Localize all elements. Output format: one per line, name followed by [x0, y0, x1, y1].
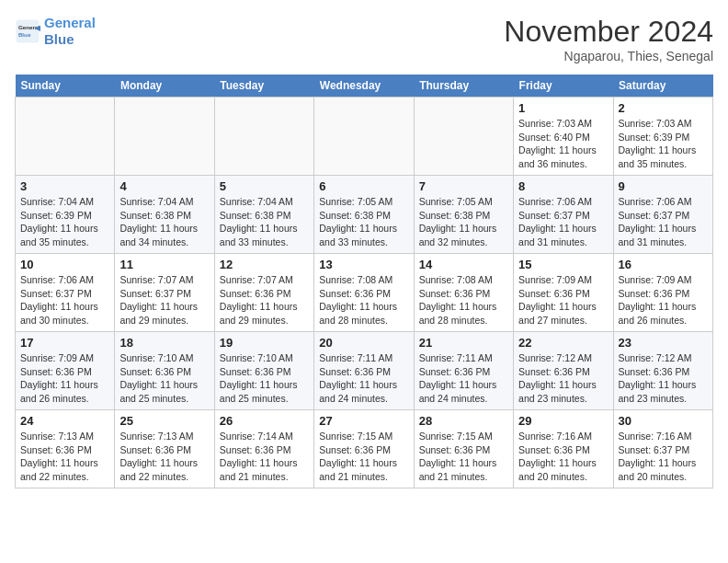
calendar-cell — [214, 98, 313, 176]
calendar-cell — [16, 98, 115, 176]
day-number: 24 — [20, 414, 109, 428]
day-number: 15 — [518, 258, 608, 271]
day-number: 12 — [220, 258, 309, 271]
logo-icon: General Blue — [15, 18, 40, 44]
day-info: Sunrise: 7:08 AM Sunset: 6:36 PM Dayligh… — [319, 273, 408, 327]
day-info: Sunrise: 7:04 AM Sunset: 6:38 PM Dayligh… — [220, 195, 309, 249]
day-info: Sunrise: 7:05 AM Sunset: 6:38 PM Dayligh… — [419, 195, 508, 249]
day-number: 10 — [20, 258, 109, 271]
day-number: 14 — [419, 258, 508, 271]
calendar-cell: 23Sunrise: 7:12 AM Sunset: 6:36 PM Dayli… — [613, 332, 712, 410]
calendar-week-2: 3Sunrise: 7:04 AM Sunset: 6:39 PM Daylig… — [16, 176, 713, 254]
calendar-week-5: 24Sunrise: 7:13 AM Sunset: 6:36 PM Dayli… — [16, 410, 713, 488]
day-header-friday: Friday — [514, 75, 613, 98]
title-block: November 2024 Ngaparou, Thies, Senegal — [504, 15, 713, 63]
day-info: Sunrise: 7:12 AM Sunset: 6:36 PM Dayligh… — [518, 351, 608, 406]
day-info: Sunrise: 7:09 AM Sunset: 6:36 PM Dayligh… — [518, 273, 608, 327]
day-number: 7 — [419, 179, 508, 193]
calendar-cell: 14Sunrise: 7:08 AM Sunset: 6:36 PM Dayli… — [414, 254, 513, 332]
day-info: Sunrise: 7:12 AM Sunset: 6:36 PM Dayligh… — [619, 351, 708, 406]
day-header-wednesday: Wednesday — [314, 75, 414, 98]
day-number: 22 — [518, 336, 608, 350]
calendar-cell: 24Sunrise: 7:13 AM Sunset: 6:36 PM Dayli… — [16, 410, 115, 488]
calendar-cell: 20Sunrise: 7:11 AM Sunset: 6:36 PM Dayli… — [314, 332, 414, 410]
svg-text:Blue: Blue — [18, 31, 31, 38]
calendar-week-4: 17Sunrise: 7:09 AM Sunset: 6:36 PM Dayli… — [16, 332, 713, 410]
day-info: Sunrise: 7:06 AM Sunset: 6:37 PM Dayligh… — [518, 195, 608, 249]
calendar-cell: 30Sunrise: 7:16 AM Sunset: 6:37 PM Dayli… — [613, 410, 712, 488]
day-info: Sunrise: 7:16 AM Sunset: 6:37 PM Dayligh… — [619, 430, 708, 484]
day-number: 6 — [319, 179, 408, 193]
day-info: Sunrise: 7:09 AM Sunset: 6:36 PM Dayligh… — [20, 351, 109, 406]
day-number: 25 — [119, 414, 209, 428]
day-number: 17 — [20, 336, 109, 350]
day-number: 5 — [220, 179, 309, 193]
day-number: 1 — [518, 101, 608, 115]
day-info: Sunrise: 7:16 AM Sunset: 6:36 PM Dayligh… — [518, 430, 608, 484]
calendar-cell: 18Sunrise: 7:10 AM Sunset: 6:36 PM Dayli… — [115, 332, 214, 410]
calendar-cell: 17Sunrise: 7:09 AM Sunset: 6:36 PM Dayli… — [16, 332, 115, 410]
calendar-cell: 13Sunrise: 7:08 AM Sunset: 6:36 PM Dayli… — [314, 254, 414, 332]
day-info: Sunrise: 7:13 AM Sunset: 6:36 PM Dayligh… — [20, 430, 109, 484]
day-info: Sunrise: 7:11 AM Sunset: 6:36 PM Dayligh… — [419, 351, 508, 406]
calendar-cell: 1Sunrise: 7:03 AM Sunset: 6:40 PM Daylig… — [514, 98, 613, 176]
day-number: 13 — [319, 258, 408, 271]
calendar-cell — [314, 98, 414, 176]
day-info: Sunrise: 7:03 AM Sunset: 6:39 PM Dayligh… — [619, 117, 708, 171]
day-info: Sunrise: 7:04 AM Sunset: 6:39 PM Dayligh… — [20, 195, 109, 249]
page-header: General Blue GeneralBlue November 2024 N… — [15, 15, 713, 63]
logo-text: GeneralBlue — [44, 15, 96, 48]
calendar-cell: 11Sunrise: 7:07 AM Sunset: 6:37 PM Dayli… — [115, 254, 214, 332]
logo: General Blue GeneralBlue — [15, 15, 96, 48]
day-info: Sunrise: 7:06 AM Sunset: 6:37 PM Dayligh… — [619, 195, 708, 249]
calendar-cell: 9Sunrise: 7:06 AM Sunset: 6:37 PM Daylig… — [613, 176, 712, 254]
calendar-cell: 5Sunrise: 7:04 AM Sunset: 6:38 PM Daylig… — [214, 176, 313, 254]
day-number: 9 — [619, 179, 708, 193]
day-info: Sunrise: 7:03 AM Sunset: 6:40 PM Dayligh… — [518, 117, 608, 171]
day-info: Sunrise: 7:07 AM Sunset: 6:36 PM Dayligh… — [220, 273, 309, 327]
day-header-sunday: Sunday — [16, 75, 115, 98]
day-info: Sunrise: 7:13 AM Sunset: 6:36 PM Dayligh… — [119, 430, 209, 484]
day-number: 29 — [518, 414, 608, 428]
calendar-cell: 19Sunrise: 7:10 AM Sunset: 6:36 PM Dayli… — [214, 332, 313, 410]
day-info: Sunrise: 7:06 AM Sunset: 6:37 PM Dayligh… — [20, 273, 109, 327]
calendar-cell: 26Sunrise: 7:14 AM Sunset: 6:36 PM Dayli… — [214, 410, 313, 488]
day-number: 26 — [220, 414, 309, 428]
calendar-cell: 27Sunrise: 7:15 AM Sunset: 6:36 PM Dayli… — [314, 410, 414, 488]
calendar-cell: 6Sunrise: 7:05 AM Sunset: 6:38 PM Daylig… — [314, 176, 414, 254]
day-header-thursday: Thursday — [414, 75, 513, 98]
day-number: 18 — [119, 336, 209, 350]
calendar-cell — [414, 98, 513, 176]
day-info: Sunrise: 7:15 AM Sunset: 6:36 PM Dayligh… — [319, 430, 408, 484]
calendar-cell — [115, 98, 214, 176]
day-number: 11 — [119, 258, 209, 271]
calendar-cell: 21Sunrise: 7:11 AM Sunset: 6:36 PM Dayli… — [414, 332, 513, 410]
location: Ngaparou, Thies, Senegal — [504, 49, 713, 63]
calendar-week-1: 1Sunrise: 7:03 AM Sunset: 6:40 PM Daylig… — [16, 98, 713, 176]
day-number: 4 — [119, 179, 209, 193]
calendar-cell: 15Sunrise: 7:09 AM Sunset: 6:36 PM Dayli… — [514, 254, 613, 332]
day-header-saturday: Saturday — [613, 75, 712, 98]
day-info: Sunrise: 7:07 AM Sunset: 6:37 PM Dayligh… — [119, 273, 209, 327]
day-info: Sunrise: 7:14 AM Sunset: 6:36 PM Dayligh… — [220, 430, 309, 484]
calendar-cell: 4Sunrise: 7:04 AM Sunset: 6:38 PM Daylig… — [115, 176, 214, 254]
month-title: November 2024 — [504, 15, 713, 49]
day-info: Sunrise: 7:04 AM Sunset: 6:38 PM Dayligh… — [119, 195, 209, 249]
day-number: 28 — [419, 414, 508, 428]
calendar-header-row: SundayMondayTuesdayWednesdayThursdayFrid… — [16, 75, 713, 98]
day-info: Sunrise: 7:15 AM Sunset: 6:36 PM Dayligh… — [419, 430, 508, 484]
calendar-week-3: 10Sunrise: 7:06 AM Sunset: 6:37 PM Dayli… — [16, 254, 713, 332]
calendar-cell: 8Sunrise: 7:06 AM Sunset: 6:37 PM Daylig… — [514, 176, 613, 254]
day-number: 2 — [619, 101, 708, 115]
calendar-cell: 22Sunrise: 7:12 AM Sunset: 6:36 PM Dayli… — [514, 332, 613, 410]
calendar-cell: 2Sunrise: 7:03 AM Sunset: 6:39 PM Daylig… — [613, 98, 712, 176]
calendar-cell: 3Sunrise: 7:04 AM Sunset: 6:39 PM Daylig… — [16, 176, 115, 254]
day-info: Sunrise: 7:10 AM Sunset: 6:36 PM Dayligh… — [119, 351, 209, 406]
day-number: 30 — [619, 414, 708, 428]
day-header-tuesday: Tuesday — [214, 75, 313, 98]
day-header-monday: Monday — [115, 75, 214, 98]
day-info: Sunrise: 7:09 AM Sunset: 6:36 PM Dayligh… — [619, 273, 708, 327]
calendar-cell: 16Sunrise: 7:09 AM Sunset: 6:36 PM Dayli… — [613, 254, 712, 332]
day-number: 20 — [319, 336, 408, 350]
day-number: 3 — [20, 179, 109, 193]
